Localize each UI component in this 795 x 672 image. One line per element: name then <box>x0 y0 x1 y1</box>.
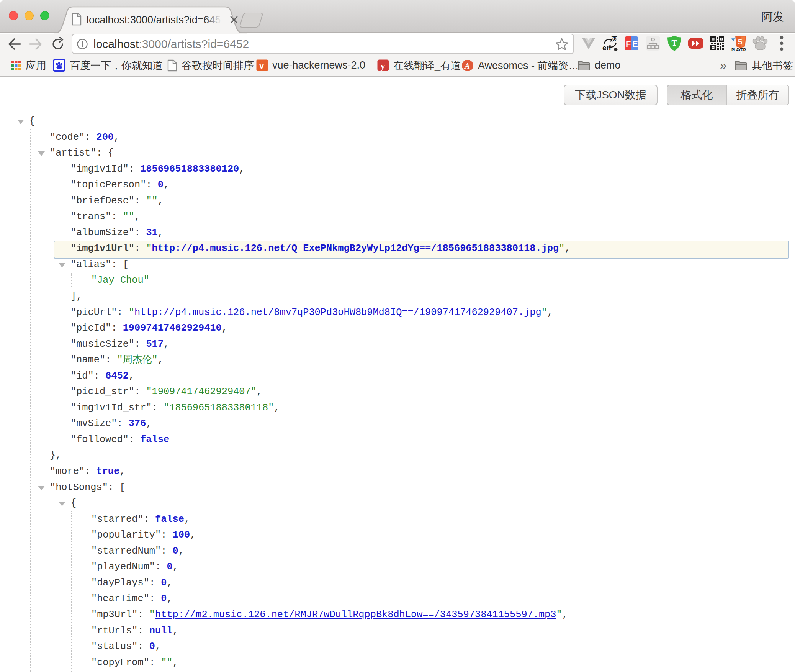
json-token: , <box>190 529 196 541</box>
url-text[interactable]: localhost:3000/artists?id=6452 <box>93 38 249 51</box>
json-token: "" <box>161 657 172 668</box>
json-token: : <box>117 418 128 429</box>
json-token: 6452 <box>105 370 129 382</box>
browser-tab[interactable]: localhost:3000/artists?id=645 <box>54 6 247 34</box>
video-player-icon[interactable] <box>687 32 705 55</box>
json-token: : <box>161 529 172 541</box>
json-token: { <box>70 498 76 509</box>
collapse-triangle-icon[interactable] <box>17 120 24 124</box>
json-token: 100 <box>173 529 190 541</box>
json-line: { <box>0 495 795 511</box>
json-token: "code" <box>50 132 85 143</box>
new-tab-button[interactable] <box>239 13 263 28</box>
json-url-link[interactable]: http://m2.music.126.net/RMJR7wDullRqppBk… <box>155 609 556 620</box>
json-token: "dayPlays" <box>91 577 149 588</box>
json-token: "artist" <box>50 148 96 159</box>
translate-icon[interactable]: en 英 <box>601 32 619 55</box>
fehelper-icon[interactable]: F E <box>622 32 641 55</box>
json-line: "copyFrom": "", <box>0 655 795 671</box>
format-button[interactable]: 格式化 <box>667 85 727 105</box>
json-line: "mvSize": 376, <box>0 416 795 432</box>
json-token: : <box>105 354 117 366</box>
bookmark-folder-other[interactable]: 其他书签 <box>734 55 793 75</box>
bookmark-youdao-translate[interactable]: y 在线翻译_有道 <box>377 55 461 75</box>
json-token: : { <box>96 148 114 159</box>
page-info-icon[interactable] <box>77 38 88 50</box>
bookmark-baidu[interactable]: 百度一下，你就知道 <box>53 55 163 75</box>
json-token: : <box>149 577 161 588</box>
paw-icon[interactable] <box>751 32 769 55</box>
zoom-window-button[interactable] <box>40 11 49 20</box>
qrcode-icon[interactable] <box>708 32 726 55</box>
bookmark-apps[interactable]: 应用 <box>11 55 46 75</box>
json-token: "rtUrls" <box>91 625 137 636</box>
collapse-triangle-icon[interactable] <box>38 486 45 490</box>
json-token: : <box>134 386 146 397</box>
collapse-all-button[interactable]: 折叠所有 <box>727 85 788 105</box>
bookmark-awesomes[interactable]: A Awesomes - 前端资… <box>461 55 579 75</box>
json-line: "musicSize": 517, <box>0 336 795 352</box>
json-token: "playedNum" <box>91 561 155 572</box>
json-token: "img1v1Url" <box>70 243 134 254</box>
svg-text:PLAYER: PLAYER <box>731 48 746 52</box>
url-path: :3000/artists?id=6452 <box>139 38 249 50</box>
download-json-button[interactable]: 下载JSON数据 <box>564 85 658 105</box>
forward-button[interactable] <box>27 33 45 56</box>
json-token: 376 <box>129 418 146 429</box>
bookmark-folder-demo[interactable]: demo <box>577 55 621 75</box>
json-token: , <box>167 577 172 588</box>
json-token: null <box>149 625 173 636</box>
tab-close-icon[interactable] <box>228 14 240 26</box>
bookmarks-overflow-chevron[interactable]: » <box>720 55 727 75</box>
json-token: 0 <box>167 561 172 572</box>
json-token: 0 <box>161 593 167 604</box>
json-token: , <box>129 370 134 382</box>
json-url-link[interactable]: http://p4.music.126.net/8mv7qP30Pd3oHW8b… <box>134 307 541 318</box>
json-token: : <box>134 243 146 254</box>
json-token: false <box>155 514 184 525</box>
json-line: "hearTime": 0, <box>0 591 795 607</box>
json-token: " <box>129 307 134 318</box>
collapse-triangle-icon[interactable] <box>59 502 65 506</box>
svg-text:v: v <box>259 61 264 70</box>
json-token: , <box>257 386 262 397</box>
json-token: : <box>155 561 167 572</box>
json-token: "hotSongs" <box>50 482 108 493</box>
json-token: , <box>173 657 178 668</box>
sitemap-icon[interactable] <box>644 32 662 55</box>
json-token: "alias" <box>70 259 111 270</box>
json-token: " <box>146 243 152 254</box>
back-button[interactable] <box>5 33 23 56</box>
bookmark-vue-hackernews[interactable]: v vue-hackernews-2.0 <box>256 55 365 75</box>
json-token: "copyFrom" <box>91 657 149 668</box>
json-token: , <box>167 593 172 604</box>
profile-name[interactable]: 阿发 <box>761 9 784 25</box>
collapse-triangle-icon[interactable] <box>59 263 65 267</box>
address-bar[interactable]: localhost:3000/artists?id=6452 <box>72 34 574 54</box>
json-token: : <box>144 514 155 525</box>
vue-devtools-icon[interactable] <box>579 32 598 55</box>
html5-player-icon[interactable]: 5 PLAYER <box>730 32 748 55</box>
url-host: localhost <box>93 38 139 50</box>
json-token: , <box>158 195 164 207</box>
json-token: : <box>134 195 146 207</box>
json-token: "id" <box>70 370 94 382</box>
browser-window: localhost:3000/artists?id=645 阿发 <box>0 0 795 672</box>
browser-menu-icon[interactable] <box>772 32 791 55</box>
reload-button[interactable] <box>49 33 67 56</box>
bookmark-google-sort[interactable]: 谷歌按时间排序 <box>167 55 254 75</box>
svg-text:y: y <box>381 61 385 71</box>
bookmark-star-icon[interactable] <box>554 37 569 54</box>
json-token: "hearTime" <box>91 593 149 604</box>
bookmark-label: Awesomes - 前端资… <box>478 59 579 72</box>
collapse-triangle-icon[interactable] <box>38 151 45 156</box>
json-token: , <box>173 625 178 636</box>
json-token: , <box>222 323 227 334</box>
close-window-button[interactable] <box>9 11 18 20</box>
json-line: "rtUrls": null, <box>0 623 795 639</box>
tampermonkey-shield-icon[interactable]: T <box>665 32 684 55</box>
minimize-window-button[interactable] <box>25 11 34 20</box>
json-url-link[interactable]: http://p4.music.126.net/Q_ExePNkmgB2yWyL… <box>152 243 559 254</box>
bookmark-label: demo <box>595 59 621 71</box>
bookmark-label: 百度一下，你就知道 <box>70 59 163 72</box>
